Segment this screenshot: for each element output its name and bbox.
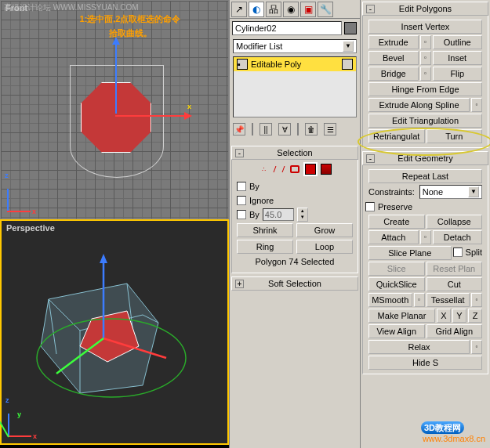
configure-icon[interactable]: ☰ <box>324 123 336 135</box>
by-label: By <box>249 182 260 191</box>
loop-button[interactable]: Loop <box>296 240 353 254</box>
hide-selected-button[interactable]: Hide S <box>368 356 482 370</box>
planar-y-button[interactable]: Y <box>452 309 466 323</box>
view-align-button[interactable]: View Align <box>368 324 425 338</box>
hinge-from-edge-button[interactable]: Hinge From Edge <box>368 82 482 96</box>
selection-status: Polygon 74 Selected <box>237 257 353 266</box>
msmooth-button[interactable]: MSmooth <box>368 293 412 307</box>
by-angle-checkbox[interactable]: By ▲▼ <box>237 208 353 221</box>
tab-hierarchy-icon[interactable]: 品 <box>266 2 281 17</box>
viewport-perspective[interactable]: Perspective z x y <box>0 219 229 445</box>
annotation-line2: 拾取曲线。 <box>32 26 228 40</box>
tab-utilities-icon[interactable]: 🔧 <box>318 2 333 17</box>
tab-modify-icon[interactable]: ◐ <box>249 2 264 17</box>
extrude-button[interactable]: Extrude <box>368 35 419 49</box>
object-color-swatch[interactable] <box>344 22 357 34</box>
bevel-settings-button[interactable]: ▫ <box>420 51 431 65</box>
tab-motion-icon[interactable]: ◉ <box>283 2 299 17</box>
tab-display-icon[interactable]: ▣ <box>300 2 316 17</box>
split-checkbox[interactable] <box>453 247 463 257</box>
bevel-button[interactable]: Bevel <box>368 51 419 65</box>
extrude-along-spline-button[interactable]: Extrude Along Spline <box>368 98 470 112</box>
rollout-header-edit-polygons[interactable]: - Edit Polygons <box>362 2 488 16</box>
command-panel-tabs: ↗ ◐ 品 ◉ ▣ 🔧 <box>230 0 360 19</box>
ring-button[interactable]: Ring <box>237 240 293 254</box>
viewport-front[interactable]: Front x z x 高级设计论坛 WWW.MISSYUAN.COM 1:选中… <box>0 0 229 219</box>
axis-z-label: z <box>5 396 9 404</box>
extrude-spline-settings-button[interactable]: ▫ <box>471 98 482 112</box>
by-vertex-checkbox[interactable]: By <box>237 180 353 193</box>
grid-align-button[interactable]: Grid Align <box>426 324 483 338</box>
slice-plane-button[interactable]: Slice Plane <box>368 246 452 260</box>
by-angle-label: By <box>249 210 260 219</box>
element-level-icon[interactable] <box>320 163 332 175</box>
stack-item-editable-poly[interactable]: ▪ Editable Poly <box>234 57 356 71</box>
attach-button[interactable]: Attach <box>368 230 419 244</box>
border-level-icon[interactable] <box>289 163 301 175</box>
expand-plus-icon[interactable]: + <box>235 280 244 288</box>
gizmo-z-axis[interactable] <box>115 43 117 114</box>
relax-button[interactable]: Relax <box>368 340 470 354</box>
create-button[interactable]: Create <box>368 215 425 229</box>
bridge-button[interactable]: Bridge <box>368 67 419 81</box>
dropdown-arrow-icon[interactable]: ▼ <box>468 186 479 197</box>
stack-item-label: Editable Poly <box>251 60 301 69</box>
attach-list-button[interactable]: ▫ <box>420 230 431 244</box>
modifier-list-dropdown[interactable]: Modifier List ▼ <box>233 39 357 53</box>
modifier-stack[interactable]: ▪ Editable Poly <box>233 56 357 117</box>
inset-button[interactable]: Inset <box>433 51 483 65</box>
constraints-dropdown[interactable]: None▼ <box>419 185 482 199</box>
detach-button[interactable]: Detach <box>433 230 483 244</box>
annotation-line1: 1:选中面,2点取框选的命令 <box>32 12 228 26</box>
quickslice-button[interactable]: QuickSlice <box>368 277 425 291</box>
axis-x-label: x <box>33 432 37 440</box>
tessellate-button[interactable]: Tessellat <box>426 293 470 307</box>
make-unique-icon[interactable]: ∀ <box>278 123 291 135</box>
vertex-level-icon[interactable]: ∴ <box>257 163 270 175</box>
tab-create-icon[interactable]: ↗ <box>231 2 247 17</box>
repeat-last-button[interactable]: Repeat Last <box>368 169 482 183</box>
stack-item-toggle[interactable] <box>342 59 353 70</box>
preserve-uv-checkbox[interactable]: Preserve <box>365 201 485 213</box>
planar-z-button[interactable]: Z <box>468 309 482 323</box>
show-result-icon[interactable]: || <box>260 123 272 135</box>
gizmo-x-arrowhead <box>184 112 192 120</box>
collapse-button[interactable]: Collapse <box>426 215 483 229</box>
dropdown-arrow-icon[interactable]: ▼ <box>343 41 354 52</box>
tessellate-settings-button[interactable]: ▫ <box>471 293 482 307</box>
edit-triangulation-button[interactable]: Edit Triangulation <box>368 114 482 128</box>
msmooth-settings-button[interactable]: ▫ <box>414 293 425 307</box>
shrink-button[interactable]: Shrink <box>237 223 293 237</box>
constraints-value: None <box>423 187 443 197</box>
collapse-minus-icon[interactable]: - <box>366 5 375 13</box>
flip-button[interactable]: Flip <box>433 67 483 81</box>
object-name-field[interactable] <box>232 21 342 35</box>
pin-stack-icon[interactable]: 📌 <box>233 123 245 135</box>
remove-modifier-icon[interactable]: 🗑 <box>305 123 318 135</box>
outline-button[interactable]: Outline <box>433 35 483 49</box>
planar-x-button[interactable]: X <box>437 309 451 323</box>
rollout-header-soft-selection[interactable]: + Soft Selection <box>231 276 358 291</box>
rollout-header-selection[interactable]: - Selection <box>231 146 358 160</box>
insert-vertex-button[interactable]: Insert Vertex <box>368 20 482 34</box>
polygon-level-icon[interactable] <box>304 163 317 175</box>
axis-tripod-persp: z x y <box>8 406 39 437</box>
expand-icon[interactable]: ▪ <box>237 59 248 70</box>
edge-level-icon[interactable] <box>273 163 285 175</box>
cut-button[interactable]: Cut <box>426 277 483 291</box>
make-planar-button[interactable]: Make Planar <box>368 309 435 323</box>
rollout-selection: - Selection ∴ By Ignore By ▲▼ <box>231 146 358 273</box>
axis-x <box>7 211 31 212</box>
ignore-backfacing-checkbox[interactable]: Ignore <box>237 194 353 207</box>
extrude-settings-button[interactable]: ▫ <box>420 35 431 49</box>
collapse-minus-icon[interactable]: - <box>235 149 244 157</box>
grow-button[interactable]: Grow <box>296 223 353 237</box>
gizmo-x-axis[interactable] <box>115 115 186 117</box>
relax-settings-button[interactable]: ▫ <box>471 340 482 354</box>
gizmo-x-label: x <box>187 103 191 110</box>
bridge-settings-button[interactable]: ▫ <box>420 67 431 81</box>
rollout-header-edit-geometry[interactable]: - Edit Geometry <box>362 151 488 165</box>
retriangulate-button[interactable]: Retriangulat <box>368 129 425 143</box>
turn-button[interactable]: Turn <box>426 129 483 143</box>
collapse-minus-icon[interactable]: - <box>366 154 375 163</box>
